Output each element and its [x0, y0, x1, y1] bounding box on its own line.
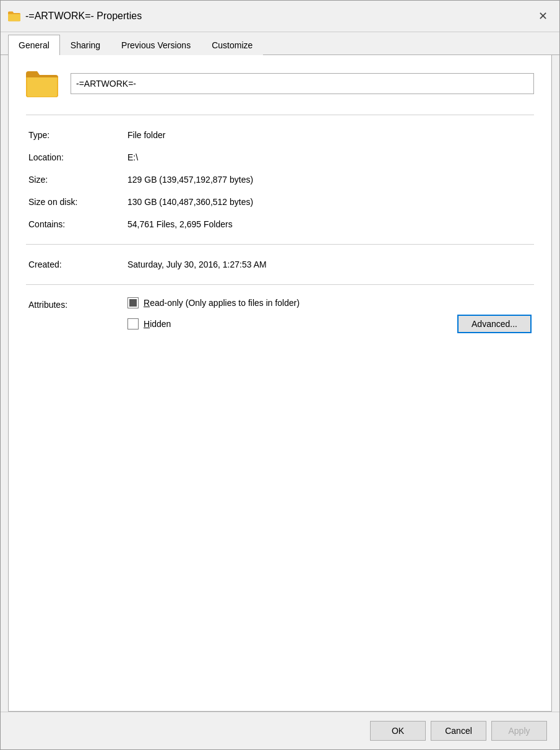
- readonly-row: Read-only (Only applies to files in fold…: [127, 297, 532, 308]
- divider-2: [26, 244, 534, 245]
- title-folder-icon: [8, 10, 20, 22]
- apply-button[interactable]: Apply: [491, 721, 547, 741]
- type-label: Type:: [26, 124, 125, 146]
- contains-row: Contains: 54,761 Files, 2,695 Folders: [26, 213, 534, 235]
- folder-name-input[interactable]: [71, 73, 534, 94]
- created-row: Created: Saturday, July 30, 2016, 1:27:5…: [26, 253, 534, 276]
- contains-value: 54,761 Files, 2,695 Folders: [125, 213, 534, 235]
- window-title: -=ARTWORK=- Properties: [25, 11, 142, 22]
- created-table: Created: Saturday, July 30, 2016, 1:27:5…: [26, 253, 534, 276]
- contains-label: Contains:: [26, 213, 125, 235]
- size-on-disk-row: Size on disk: 130 GB (140,487,360,512 by…: [26, 191, 534, 213]
- folder-name-row: [26, 68, 534, 102]
- hidden-checkbox[interactable]: [127, 318, 139, 329]
- close-button[interactable]: ✕: [533, 7, 552, 25]
- properties-table: Type: File folder Location: E:\ Size: 12…: [26, 124, 534, 235]
- attributes-label: Attributes:: [28, 300, 67, 310]
- divider-3: [26, 284, 534, 285]
- hidden-label: Hidden: [144, 319, 171, 329]
- title-bar: -=ARTWORK=- Properties ✕: [1, 1, 559, 32]
- type-value: File folder: [125, 124, 534, 146]
- divider-1: [26, 115, 534, 115]
- bottom-buttons: OK Cancel Apply: [1, 712, 559, 749]
- properties-window: -=ARTWORK=- Properties ✕ General Sharing…: [0, 0, 560, 750]
- tab-general[interactable]: General: [8, 35, 60, 55]
- ok-button[interactable]: OK: [370, 721, 426, 741]
- content-area: Type: File folder Location: E:\ Size: 12…: [8, 55, 552, 712]
- size-on-disk-label: Size on disk:: [26, 191, 125, 213]
- readonly-checkbox[interactable]: [127, 297, 139, 308]
- attributes-section: Attributes: Read-only (Only applies to f…: [26, 294, 534, 343]
- size-label: Size:: [26, 168, 125, 191]
- close-icon: ✕: [538, 9, 548, 23]
- title-bar-left: -=ARTWORK=- Properties: [8, 10, 142, 22]
- tab-sharing[interactable]: Sharing: [60, 35, 111, 55]
- tab-previous-versions[interactable]: Previous Versions: [111, 35, 201, 55]
- location-label: Location:: [26, 146, 125, 168]
- created-value: Saturday, July 30, 2016, 1:27:53 AM: [125, 253, 534, 276]
- created-label: Created:: [26, 253, 125, 276]
- size-value: 129 GB (139,457,192,877 bytes): [125, 168, 534, 191]
- cancel-button[interactable]: Cancel: [431, 721, 486, 741]
- size-on-disk-value: 130 GB (140,487,360,512 bytes): [125, 191, 534, 213]
- location-value: E:\: [125, 146, 534, 168]
- tab-customize[interactable]: Customize: [201, 35, 263, 55]
- location-row: Location: E:\: [26, 146, 534, 168]
- readonly-label: Read-only (Only applies to files in fold…: [144, 298, 299, 308]
- readonly-checkbox-fill: [129, 299, 137, 307]
- hidden-row: Hidden Advanced...: [127, 315, 532, 333]
- size-row: Size: 129 GB (139,457,192,877 bytes): [26, 168, 534, 191]
- tab-bar: General Sharing Previous Versions Custom…: [1, 35, 559, 55]
- folder-icon-large: [26, 68, 58, 100]
- advanced-button[interactable]: Advanced...: [457, 315, 532, 333]
- type-row: Type: File folder: [26, 124, 534, 146]
